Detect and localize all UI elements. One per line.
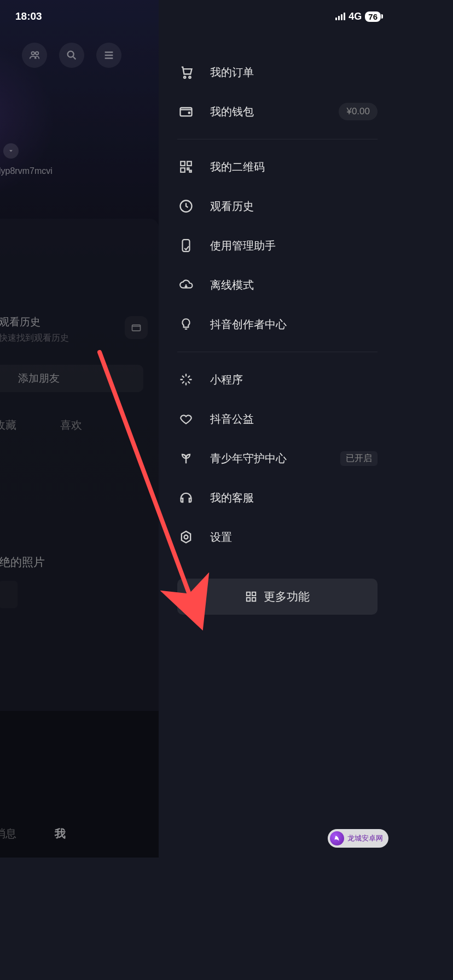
status-bar: 18:03 4G 76 [0, 0, 396, 33]
network-label: 4G [349, 11, 362, 22]
menu-item-settings[interactable]: 设置 [177, 517, 378, 557]
menu-item-youth[interactable]: 青少年守护中心 已开启 [177, 439, 378, 478]
menu-label: 我的订单 [210, 65, 378, 80]
svg-rect-12 [190, 171, 191, 172]
tab-messages[interactable]: 消息 [0, 826, 16, 841]
friends-icon[interactable] [22, 43, 47, 68]
menu-label: 小程序 [210, 372, 378, 387]
signal-icon [335, 13, 345, 20]
svg-rect-19 [252, 598, 255, 601]
svg-rect-16 [247, 592, 250, 596]
more-features-button[interactable]: 更多功能 [177, 579, 378, 615]
menu-item-wallet[interactable]: 我的钱包 ¥0.00 [177, 92, 378, 131]
divider [177, 139, 378, 139]
tab-like[interactable]: 喜欢 [60, 418, 82, 433]
photo-thumbnail[interactable] [0, 581, 18, 608]
menu-item-offline[interactable]: 离线模式 [177, 265, 378, 305]
menu-label: 我的客服 [210, 491, 378, 505]
menu-label: 抖音创作者中心 [210, 317, 378, 332]
profile-page-dimmed: lyp8rvm7mcvi 观看历史 快速找到观看历史 添加朋友 收藏 喜欢 绝的… [0, 0, 159, 858]
clock-icon [177, 197, 195, 215]
watermark: 龙城安卓网 [328, 829, 388, 848]
menu-item-miniapp[interactable]: 小程序 [177, 360, 378, 399]
svg-point-15 [184, 535, 188, 539]
menu-label: 抖音公益 [210, 412, 378, 427]
svg-point-1 [36, 52, 39, 55]
svg-point-7 [189, 112, 190, 113]
search-icon[interactable] [59, 43, 84, 68]
menu-item-support[interactable]: 我的客服 [177, 478, 378, 517]
spark-icon [177, 371, 195, 388]
svg-point-5 [189, 77, 191, 79]
cloud-download-icon [177, 276, 195, 294]
menu-label: 离线模式 [210, 278, 378, 293]
tab-collect[interactable]: 收藏 [0, 418, 16, 433]
svg-point-2 [68, 51, 74, 57]
menu-label: 使用管理助手 [210, 238, 378, 253]
menu-label: 观看历史 [210, 199, 378, 214]
wallet-icon [177, 103, 195, 120]
settings-icon [177, 528, 195, 546]
wallet-shortcut-icon[interactable] [125, 316, 148, 339]
svg-rect-11 [187, 168, 189, 170]
history-subtitle: 快速找到观看历史 [0, 332, 69, 344]
phone-check-icon [177, 237, 195, 254]
divider [177, 352, 378, 352]
history-title: 观看历史 [0, 315, 69, 329]
watermark-logo-icon [330, 831, 344, 845]
battery-icon: 76 [365, 11, 381, 22]
menu-label: 我的钱包 [210, 104, 339, 119]
svg-rect-3 [132, 325, 141, 331]
menu-item-qrcode[interactable]: 我的二维码 [177, 147, 378, 186]
menu-label: 青少年守护中心 [210, 451, 340, 466]
watermark-text: 龙城安卓网 [347, 833, 383, 843]
menu-item-orders[interactable]: 我的订单 [177, 52, 378, 92]
svg-rect-18 [247, 598, 250, 601]
svg-rect-9 [187, 161, 191, 166]
side-drawer: 我的订单 我的钱包 ¥0.00 我的二维码 观看历史 使 [159, 0, 396, 858]
wallet-balance: ¥0.00 [339, 103, 378, 120]
headset-icon [177, 489, 195, 506]
plant-icon [177, 450, 195, 467]
user-id: lyp8rvm7mcvi [0, 166, 53, 176]
status-time: 18:03 [15, 10, 42, 22]
menu-item-history[interactable]: 观看历史 [177, 186, 378, 226]
qr-icon [177, 158, 195, 176]
menu-icon[interactable] [96, 43, 121, 68]
grid-icon [245, 591, 257, 603]
add-friend-button[interactable]: 添加朋友 [0, 365, 143, 392]
heart-icon [177, 410, 195, 428]
svg-point-4 [184, 77, 186, 79]
menu-label: 设置 [210, 530, 378, 545]
cart-icon [177, 63, 195, 81]
youth-badge: 已开启 [340, 451, 378, 466]
menu-item-charity[interactable]: 抖音公益 [177, 399, 378, 439]
status-right: 4G 76 [335, 11, 381, 22]
tab-me[interactable]: 我 [55, 826, 66, 841]
svg-point-0 [32, 52, 35, 55]
dropdown-icon[interactable] [3, 143, 19, 159]
bulb-icon [177, 316, 195, 333]
menu-item-assistant[interactable]: 使用管理助手 [177, 226, 378, 265]
svg-rect-17 [252, 592, 255, 596]
svg-rect-10 [181, 168, 185, 172]
menu-label: 我的二维码 [210, 160, 378, 174]
menu-item-creator[interactable]: 抖音创作者中心 [177, 305, 378, 344]
more-features-label: 更多功能 [264, 589, 310, 604]
photo-section-text: 绝的照片 [0, 555, 45, 570]
svg-rect-8 [181, 161, 185, 166]
